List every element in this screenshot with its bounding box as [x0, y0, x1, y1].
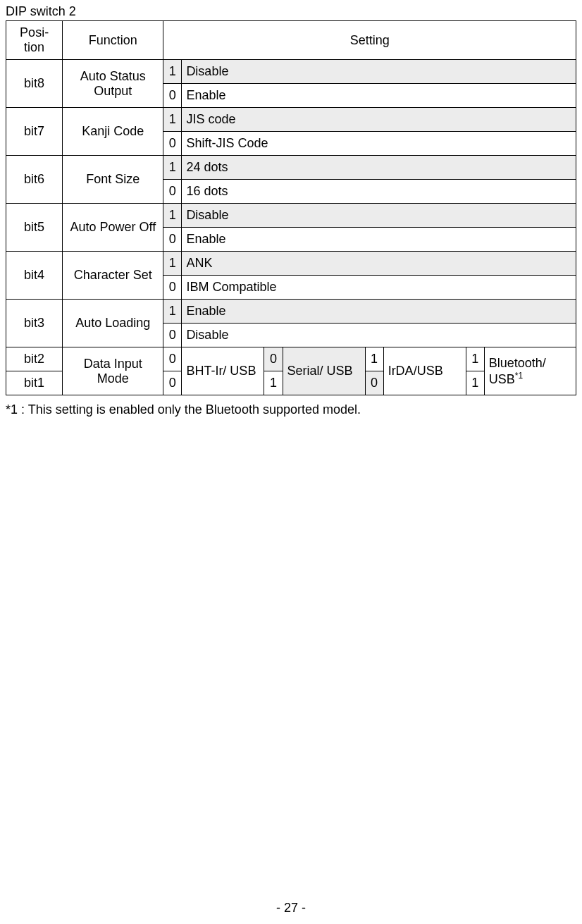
table-row: bit3 Auto Loading 1 Enable: [6, 300, 576, 324]
cell-position: bit5: [6, 204, 63, 252]
cell-bit: 1: [163, 252, 182, 276]
cell-bit: 1: [163, 156, 182, 180]
cell-bit: 0: [163, 371, 182, 395]
cell-bit: 0: [365, 371, 383, 395]
table-row: bit5 Auto Power Off 1 Disable: [6, 204, 576, 228]
cell-bit: 1: [466, 371, 484, 395]
cell-function: Auto Power Off: [63, 204, 163, 252]
cell-position: bit8: [6, 60, 63, 108]
cell-setting: Enable: [182, 84, 576, 108]
cell-bit: 0: [163, 276, 182, 300]
cell-mode: BHT-Ir/ USB: [182, 347, 264, 395]
cell-bit: 1: [163, 60, 182, 84]
cell-setting: Enable: [182, 300, 576, 324]
table-row: bit6 Font Size 1 24 dots: [6, 156, 576, 180]
cell-position: bit3: [6, 300, 63, 347]
table-header-row: Posi- tion Function Setting: [6, 21, 576, 60]
cell-setting: Disable: [182, 60, 576, 84]
table-row: bit7 Kanji Code 1 JIS code: [6, 108, 576, 132]
cell-bit: 1: [264, 371, 283, 395]
cell-bit: 1: [163, 108, 182, 132]
cell-setting: ANK: [182, 252, 576, 276]
cell-bit: 1: [163, 204, 182, 228]
cell-position: bit6: [6, 156, 63, 204]
cell-mode: IrDA/USB: [383, 347, 466, 395]
cell-setting: Shift-JIS Code: [182, 132, 576, 156]
cell-bit: 1: [163, 300, 182, 324]
cell-setting: IBM Compatible: [182, 276, 576, 300]
cell-bit: 0: [264, 347, 283, 371]
cell-bit: 0: [163, 228, 182, 252]
header-position: Posi- tion: [6, 21, 63, 60]
cell-bit: 0: [163, 84, 182, 108]
table-row: bit8 Auto Status Output 1 Disable: [6, 60, 576, 84]
cell-setting: JIS code: [182, 108, 576, 132]
cell-position: bit2: [6, 347, 63, 371]
cell-mode: Bluetooth/ USB*1: [484, 347, 576, 395]
cell-bit: 1: [466, 347, 484, 371]
cell-function: Auto Loading: [63, 300, 163, 347]
cell-function: Character Set: [63, 252, 163, 300]
cell-function: Font Size: [63, 156, 163, 204]
table-row: bit2 Data Input Mode 0 BHT-Ir/ USB 0 Ser…: [6, 347, 576, 371]
cell-function: Auto Status Output: [63, 60, 163, 108]
cell-position: bit7: [6, 108, 63, 156]
cell-setting: 24 dots: [182, 156, 576, 180]
table-caption: DIP switch 2: [6, 4, 576, 19]
cell-bit: 0: [163, 347, 182, 371]
page-number: - 27 -: [0, 901, 582, 916]
cell-mode: Serial/ USB: [283, 347, 365, 395]
cell-bit: 0: [163, 180, 182, 204]
cell-setting: Disable: [182, 324, 576, 347]
cell-position: bit1: [6, 371, 63, 395]
dip-switch-table: Posi- tion Function Setting bit8 Auto St…: [6, 20, 576, 395]
cell-setting: Disable: [182, 204, 576, 228]
cell-mode-sup: *1: [515, 371, 523, 381]
cell-setting: 16 dots: [182, 180, 576, 204]
cell-position: bit4: [6, 252, 63, 300]
cell-bit: 0: [163, 132, 182, 156]
header-function: Function: [63, 21, 163, 60]
cell-bit: 1: [365, 347, 383, 371]
table-row: bit4 Character Set 1 ANK: [6, 252, 576, 276]
footnote: *1 : This setting is enabled only the Bl…: [6, 402, 576, 417]
cell-function: Kanji Code: [63, 108, 163, 156]
cell-setting: Enable: [182, 228, 576, 252]
header-setting: Setting: [163, 21, 576, 60]
cell-bit: 0: [163, 324, 182, 347]
cell-function: Data Input Mode: [63, 347, 163, 395]
